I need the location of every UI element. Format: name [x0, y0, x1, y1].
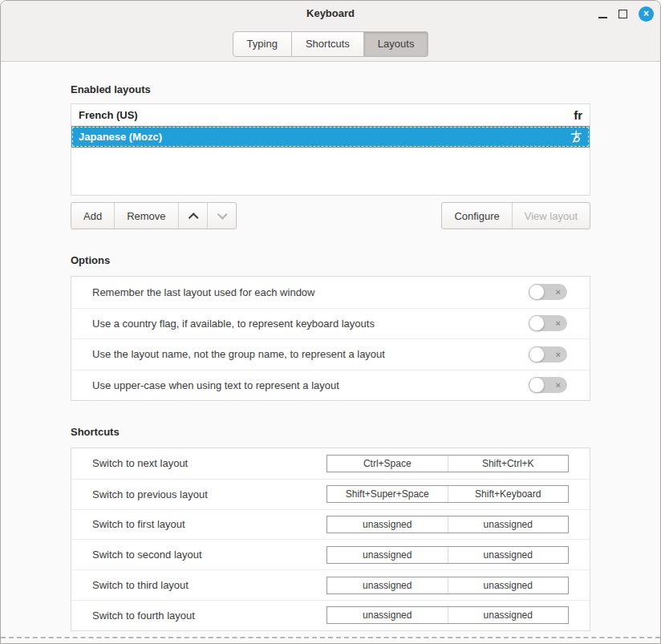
- option-row-country-flag: Use a country flag, if available, to rep…: [71, 308, 590, 339]
- chevron-down-icon: [217, 209, 227, 220]
- keyboard-settings-window: Keyboard × Typing Shortcuts Layouts Enab…: [0, 0, 661, 644]
- configure-button[interactable]: Configure: [442, 203, 511, 229]
- layouts-page: Enabled layouts French (US) fr Japanese …: [1, 83, 660, 631]
- tab-strip: Typing Shortcuts Layouts: [1, 26, 660, 61]
- keybinding-cell[interactable]: unassigned: [327, 607, 448, 623]
- move-up-button[interactable]: [178, 203, 207, 229]
- option-row-remember-layout: Remember the last layout used for each w…: [71, 277, 590, 308]
- option-label: Use a country flag, if available, to rep…: [92, 318, 375, 330]
- toggle-remember-layout[interactable]: ×: [529, 284, 567, 300]
- shortcut-label: Switch to third layout: [92, 579, 189, 591]
- keybinding-pair: Shift+Super+Space Shift+Keyboard: [326, 485, 569, 503]
- layout-name: French (US): [79, 109, 138, 121]
- keybinding-cell[interactable]: unassigned: [327, 547, 448, 563]
- chevron-up-icon: [188, 213, 198, 223]
- layout-row-japanese[interactable]: Japanese (Mozc): [71, 126, 590, 148]
- enabled-layouts-list: French (US) fr Japanese (Mozc): [71, 103, 590, 196]
- shortcuts-list: Switch to next layout Ctrl+Space Shift+C…: [71, 448, 590, 631]
- layout-name: Japanese (Mozc): [79, 131, 162, 143]
- shortcut-label: Switch to previous layout: [92, 488, 208, 500]
- option-label: Remember the last layout used for each w…: [92, 286, 314, 298]
- toggle-off-icon: ×: [556, 381, 561, 390]
- shortcut-row-fourth-layout: Switch to fourth layout unassigned unass…: [71, 600, 590, 630]
- keybinding-pair: Ctrl+Space Shift+Ctrl+K: [326, 455, 569, 472]
- keybinding-cell[interactable]: unassigned: [448, 577, 569, 593]
- layout-action-button-group: Configure View layout: [441, 202, 590, 229]
- keybinding-pair: unassigned unassigned: [326, 546, 569, 564]
- titlebar[interactable]: Keyboard ×: [1, 1, 660, 26]
- keybinding-cell[interactable]: Shift+Super+Space: [327, 486, 448, 502]
- shortcut-label: Switch to next layout: [92, 457, 188, 469]
- toggle-country-flag[interactable]: ×: [529, 315, 567, 331]
- keybinding-cell[interactable]: unassigned: [448, 607, 569, 623]
- option-label: Use the layout name, not the group name,…: [92, 348, 385, 360]
- enabled-layouts-heading: Enabled layouts: [71, 83, 590, 95]
- add-button[interactable]: Add: [71, 203, 114, 229]
- window-header: Keyboard × Typing Shortcuts Layouts: [1, 1, 660, 62]
- layout-list-buttons: Add Remove Configure View layout: [71, 202, 590, 229]
- hiragana-a-icon: [570, 130, 582, 144]
- shortcuts-heading: Shortcuts: [71, 426, 590, 438]
- tab-shortcuts[interactable]: Shortcuts: [292, 31, 364, 57]
- options-list: Remember the last layout used for each w…: [71, 276, 590, 401]
- layout-row-french[interactable]: French (US) fr: [71, 104, 590, 126]
- window-controls: ×: [598, 1, 654, 26]
- shortcut-row-third-layout: Switch to third layout unassigned unassi…: [71, 569, 590, 600]
- list-edit-button-group: Add Remove: [71, 202, 237, 229]
- maximize-icon[interactable]: [618, 10, 627, 18]
- layout-indicator-fr: fr: [574, 109, 582, 121]
- toggle-off-icon: ×: [556, 319, 561, 328]
- shortcut-label: Switch to second layout: [92, 549, 202, 561]
- keybinding-pair: unassigned unassigned: [326, 606, 569, 624]
- shortcut-row-first-layout: Switch to first layout unassigned unassi…: [71, 509, 590, 540]
- keybinding-cell[interactable]: unassigned: [327, 577, 448, 593]
- keybinding-pair: unassigned unassigned: [326, 516, 569, 533]
- option-row-layout-name: Use the layout name, not the group name,…: [71, 338, 590, 370]
- shortcut-label: Switch to first layout: [92, 518, 185, 530]
- close-button[interactable]: ×: [639, 6, 654, 22]
- keybinding-cell[interactable]: Ctrl+Space: [327, 456, 448, 472]
- keybinding-cell[interactable]: unassigned: [448, 516, 569, 533]
- minimize-icon[interactable]: [598, 17, 607, 18]
- shortcut-row-second-layout: Switch to second layout unassigned unass…: [71, 539, 590, 569]
- keybinding-cell[interactable]: Shift+Keyboard: [448, 486, 569, 502]
- keybinding-pair: unassigned unassigned: [326, 577, 569, 594]
- toggle-off-icon: ×: [556, 350, 561, 358]
- option-row-upper-case: Use upper-case when using text to repres…: [71, 370, 590, 401]
- shortcut-label: Switch to fourth layout: [92, 610, 195, 622]
- view-layout-button[interactable]: View layout: [512, 203, 590, 229]
- toggle-knob: [529, 377, 545, 393]
- shortcut-row-previous-layout: Switch to previous layout Shift+Super+Sp…: [71, 479, 590, 509]
- keybinding-cell[interactable]: unassigned: [448, 547, 569, 563]
- window-resize-edge[interactable]: [1, 637, 660, 638]
- toggle-knob: [529, 284, 545, 300]
- tab-group: Typing Shortcuts Layouts: [233, 31, 429, 57]
- move-down-button[interactable]: [207, 203, 236, 229]
- toggle-knob: [529, 346, 545, 363]
- options-heading: Options: [71, 254, 590, 266]
- toggle-off-icon: ×: [556, 288, 561, 297]
- window-title: Keyboard: [1, 1, 660, 26]
- toggle-upper-case[interactable]: ×: [529, 377, 567, 393]
- close-icon: ×: [643, 9, 649, 18]
- toggle-knob: [529, 315, 545, 331]
- shortcut-row-next-layout: Switch to next layout Ctrl+Space Shift+C…: [71, 448, 590, 479]
- toggle-layout-name[interactable]: ×: [529, 346, 567, 363]
- remove-button[interactable]: Remove: [114, 203, 177, 229]
- tab-typing[interactable]: Typing: [233, 31, 292, 57]
- option-label: Use upper-case when using text to repres…: [92, 379, 339, 391]
- keybinding-cell[interactable]: Shift+Ctrl+K: [448, 456, 569, 472]
- keybinding-cell[interactable]: unassigned: [327, 516, 448, 533]
- tab-layouts[interactable]: Layouts: [364, 31, 429, 57]
